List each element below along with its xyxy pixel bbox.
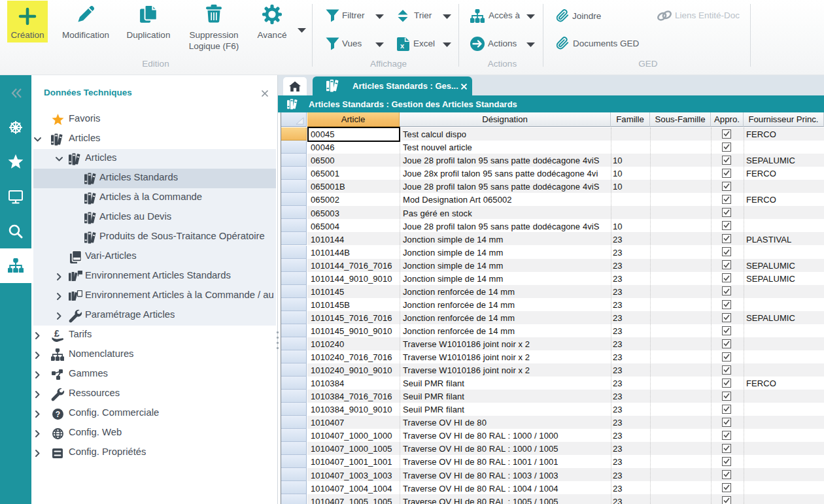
svg-text:£: £	[54, 329, 60, 339]
svg-text:?: ?	[55, 410, 60, 419]
svg-text:x: x	[400, 42, 405, 50]
